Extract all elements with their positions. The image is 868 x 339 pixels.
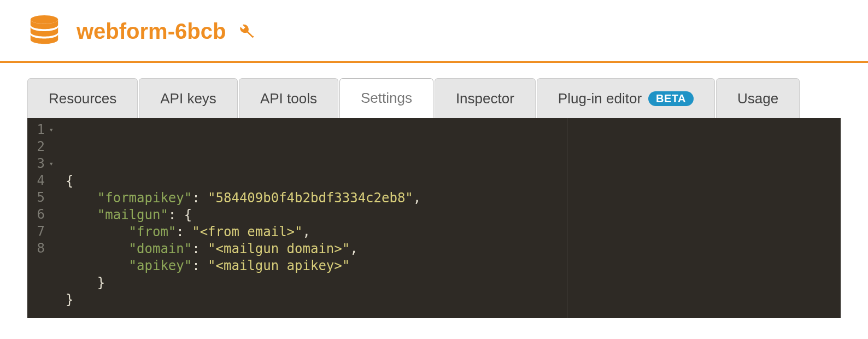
token-plain (66, 190, 97, 206)
line-number: 4 (37, 172, 45, 189)
code-line[interactable]: "from": "<from email>", (66, 224, 834, 241)
code-line[interactable]: } (66, 291, 834, 308)
token-plain (66, 258, 129, 273)
editor-content[interactable]: { "formapikey": "584409b0f4b2bdf3334c2eb… (59, 118, 841, 318)
wrench-icon[interactable] (237, 22, 254, 40)
app-name: webform-6bcb (77, 19, 226, 44)
token-punc: } (66, 292, 73, 307)
tab-label: Plug-in editor (558, 90, 642, 107)
token-punc: , (350, 241, 357, 256)
page-header: webform-6bcb (0, 0, 868, 63)
gutter-line: 7 (36, 223, 54, 240)
token-str: "<mailgun apikey>" (208, 258, 350, 273)
tab-label: Settings (361, 90, 412, 107)
beta-badge: BETA (648, 91, 694, 106)
code-line[interactable]: } (66, 274, 834, 291)
gutter-line: 5 (36, 189, 54, 206)
code-line[interactable]: { (66, 173, 834, 190)
tab-resources[interactable]: Resources (27, 78, 138, 118)
tab-api-tools[interactable]: API tools (239, 78, 338, 118)
token-plain (66, 224, 129, 239)
gutter-line: 6 (36, 206, 54, 223)
token-punc: : (176, 224, 192, 239)
token-punc: : (192, 190, 208, 206)
code-line[interactable]: "domain": "<mailgun domain>", (66, 241, 834, 258)
token-str: "584409b0f4b2bdf3334c2eb8" (208, 190, 413, 206)
token-plain (66, 207, 97, 223)
token-punc: { (66, 173, 73, 189)
tab-usage[interactable]: Usage (716, 78, 800, 118)
token-key: "from" (129, 224, 177, 239)
token-plain (66, 241, 129, 256)
line-number: 6 (37, 206, 45, 223)
token-str: "<from email>" (192, 224, 302, 239)
gutter-line: 4 (36, 172, 54, 189)
tab-label: Resources (49, 90, 116, 107)
database-icon (27, 14, 61, 48)
tab-label: API keys (160, 90, 216, 107)
gutter-line: 8 (36, 240, 54, 257)
token-key: "formapikey" (97, 190, 192, 206)
svg-point-0 (31, 15, 58, 24)
tab-inspector[interactable]: Inspector (435, 78, 536, 118)
line-number: 3 (37, 155, 45, 172)
tab-label: Inspector (456, 90, 514, 107)
token-punc: : (192, 258, 208, 273)
tab-plug-in-editor[interactable]: Plug-in editorBETA (537, 78, 715, 118)
token-key: "apikey" (129, 258, 192, 273)
line-number: 5 (37, 189, 45, 206)
token-plain (66, 275, 97, 290)
token-key: "mailgun" (97, 207, 168, 223)
fold-toggle-icon[interactable]: ▾ (48, 125, 54, 135)
code-line[interactable]: "apikey": "<mailgun apikey>" (66, 258, 834, 274)
code-line[interactable]: "mailgun": { (66, 207, 834, 224)
gutter-line: 1▾ (36, 121, 54, 138)
token-key: "domain" (129, 241, 192, 256)
token-punc: , (303, 224, 310, 239)
token-punc: } (97, 275, 105, 290)
token-punc: , (413, 190, 421, 206)
editor-gutter: 1▾23▾45678 (27, 118, 59, 318)
line-number: 8 (37, 240, 45, 257)
tab-label: API tools (260, 90, 317, 107)
tab-label: Usage (737, 90, 778, 107)
line-number: 7 (37, 223, 45, 240)
editor-ruler (567, 118, 567, 318)
tab-api-keys[interactable]: API keys (139, 78, 238, 118)
code-line[interactable]: "formapikey": "584409b0f4b2bdf3334c2eb8"… (66, 190, 834, 207)
page-title: webform-6bcb (77, 19, 254, 44)
code-editor[interactable]: 1▾23▾45678 { "formapikey": "584409b0f4b2… (27, 118, 841, 318)
token-str: "<mailgun domain>" (208, 241, 350, 256)
gutter-line: 2 (36, 138, 54, 155)
tab-settings[interactable]: Settings (339, 78, 433, 118)
fold-toggle-icon[interactable]: ▾ (48, 159, 54, 168)
line-number: 2 (37, 138, 45, 155)
token-punc: : { (168, 207, 192, 223)
gutter-line: 3▾ (36, 155, 54, 172)
token-punc: : (192, 241, 208, 256)
line-number: 1 (37, 121, 45, 138)
tab-bar: ResourcesAPI keysAPI toolsSettingsInspec… (0, 63, 868, 118)
